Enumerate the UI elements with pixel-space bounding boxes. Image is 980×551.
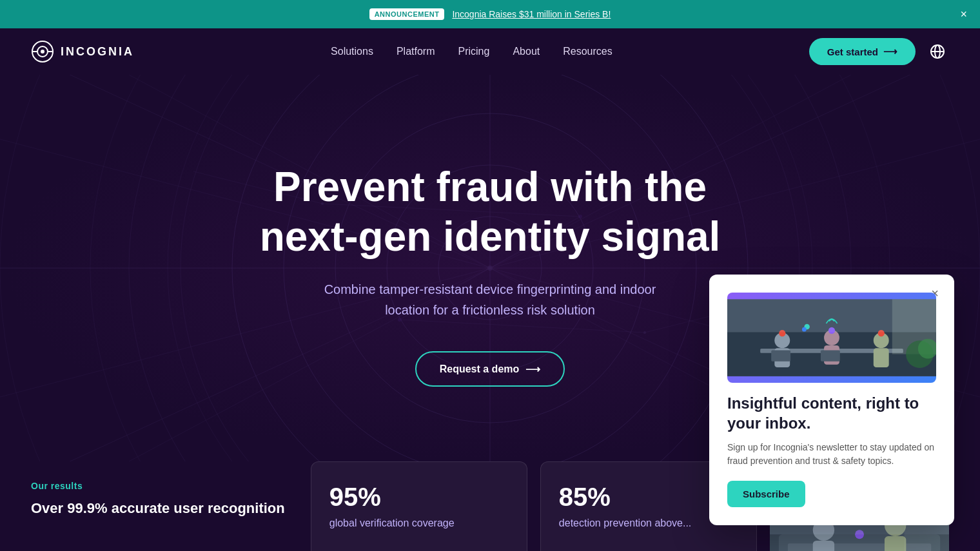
svg-point-2 xyxy=(41,50,44,53)
language-selector-button[interactable] xyxy=(926,40,949,63)
announcement-close-button[interactable]: × xyxy=(960,8,967,20)
nav-item-about[interactable]: About xyxy=(513,46,540,57)
stat-label-1: global verification coverage xyxy=(329,516,509,530)
svg-rect-62 xyxy=(821,350,840,361)
request-demo-button[interactable]: Request a demo ⟶ xyxy=(415,351,565,387)
hero-title: Prevent fraud with the next-gen identity… xyxy=(260,162,721,262)
nav-item-pricing[interactable]: Pricing xyxy=(458,46,490,57)
nav-item-platform[interactable]: Platform xyxy=(397,46,435,57)
nav-links: Solutions Platform Pricing About Resourc… xyxy=(331,46,612,57)
svg-point-12 xyxy=(232,75,748,461)
logo-text: INCOGNIA xyxy=(61,45,134,59)
main-nav: INCOGNIA Solutions Platform Pricing Abou… xyxy=(0,28,980,75)
announcement-badge: ANNOUNCEMENT xyxy=(369,8,445,20)
results-label-block: Our results Over 99.9% accurate user rec… xyxy=(31,461,285,519)
svg-rect-60 xyxy=(874,348,889,367)
globe-icon xyxy=(930,44,945,59)
svg-rect-61 xyxy=(771,350,790,361)
newsletter-popup: × xyxy=(709,275,954,525)
announcement-link[interactable]: Incognia Raises $31 million in Series B! xyxy=(452,9,611,19)
hero-subtitle: Combine tamper-resistant device fingerpr… xyxy=(309,279,671,320)
nav-right: Get started ⟶ xyxy=(809,38,949,65)
results-description: Over 99.9% accurate user recognition xyxy=(31,499,285,519)
popup-description: Sign up for Incognia's newsletter to sta… xyxy=(727,441,936,468)
svg-rect-40 xyxy=(885,536,906,551)
our-results-label: Our results xyxy=(31,481,285,491)
popup-image-preview xyxy=(727,293,936,383)
svg-point-71 xyxy=(802,327,807,331)
logo-icon xyxy=(31,40,54,63)
result-card-1: 95% global verification coverage xyxy=(311,461,527,551)
subscribe-button[interactable]: Subscribe xyxy=(727,481,805,507)
stat-1: 95% xyxy=(329,483,509,511)
demo-arrow-icon: ⟶ xyxy=(525,363,540,375)
get-started-button[interactable]: Get started ⟶ xyxy=(809,38,916,65)
svg-point-11 xyxy=(284,75,696,461)
nav-item-resources[interactable]: Resources xyxy=(563,46,612,57)
popup-title: Insightful content, right to your inbox. xyxy=(727,393,936,433)
announcement-bar: ANNOUNCEMENT Incognia Raises $31 million… xyxy=(0,0,980,28)
nav-item-solutions[interactable]: Solutions xyxy=(331,46,373,57)
svg-rect-68 xyxy=(727,299,936,332)
svg-line-30 xyxy=(400,320,645,333)
svg-point-22 xyxy=(487,266,493,271)
logo[interactable]: INCOGNIA xyxy=(31,40,134,63)
svg-point-26 xyxy=(643,331,646,334)
arrow-icon: ⟶ xyxy=(883,46,897,57)
svg-rect-38 xyxy=(813,541,834,551)
